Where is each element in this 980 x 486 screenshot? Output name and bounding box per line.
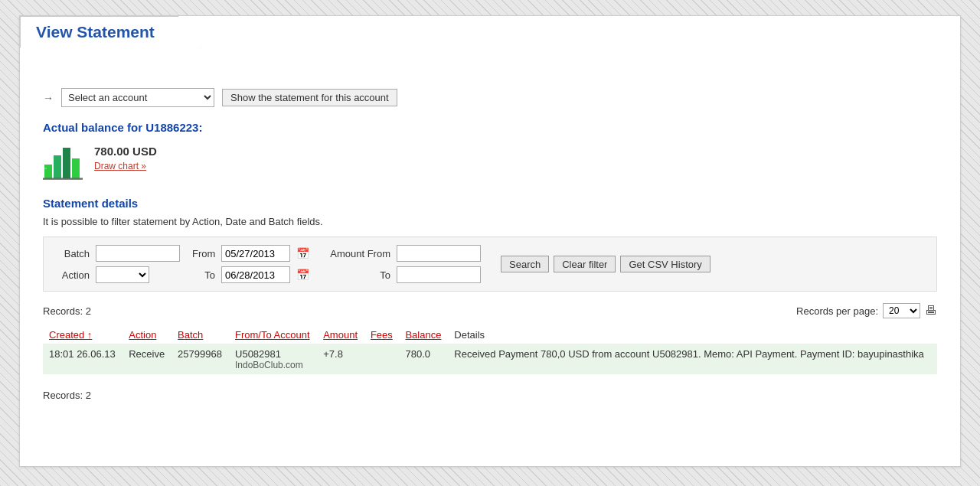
table-row: 18:01 26.06.13 Receive 25799968 U5082981… [43,344,937,375]
to-label: To [192,269,215,281]
th-balance: Balance [399,326,448,344]
filter-box: Batch Action Receive Send [43,236,937,292]
th-action: Action [122,326,172,344]
th-fees: Fees [364,326,400,344]
to-date-row: To 📅 [192,266,309,283]
filter-buttons: Search Clear filter Get CSV History [501,256,710,272]
calendar-to-icon[interactable]: 📅 [296,269,309,281]
svg-rect-5 [44,168,47,169]
from-to-account: U5082981 IndoBoClub.com [235,348,311,370]
batch-label: Batch [55,248,90,259]
draw-chart-link[interactable]: Draw chart » [94,161,157,171]
cell-details: Received Payment 780,0 USD from account … [448,344,937,375]
filter-dates-group: From 📅 To 📅 [192,245,309,283]
th-details: Details [448,326,937,344]
records-bar-top: Records: 2 Records per page: 20 50 100 🖶 [43,303,937,318]
card-content: → Select an account Show the statement f… [20,50,960,416]
amount-to-row: To [322,266,481,283]
svg-rect-3 [72,158,80,178]
date-to-input[interactable] [221,266,290,283]
clear-filter-button[interactable]: Clear filter [554,256,616,272]
cell-action: Receive [122,344,172,375]
balance-amount: 780.00 USD [94,145,157,158]
header-row: Created ↑ Action Batch From/To Account A… [43,326,937,344]
statement-details-title: Statement details [43,197,937,210]
th-created: Created ↑ [43,326,122,344]
get-csv-button[interactable]: Get CSV History [620,256,710,272]
cell-amount: +7.8 [317,344,364,375]
th-batch: Batch [172,326,229,344]
table-header: Created ↑ Action Batch From/To Account A… [43,326,937,344]
records-count-top: Records: 2 [43,305,91,317]
date-from-input[interactable] [221,245,290,262]
arrow-icon: → [43,92,54,104]
svg-rect-2 [63,148,70,178]
action-row: Action Receive Send [55,266,180,283]
filter-hint: It is possible to filter statement by Ac… [43,216,937,227]
amount-to-label: To [322,269,390,281]
main-card: View Statement → Select an account Show … [19,15,961,467]
filter-amounts-group: Amount From To [322,245,481,283]
balance-row: 780.00 USD Draw chart » [43,142,937,181]
svg-rect-1 [54,155,61,178]
records-per-page-row: Records per page: 20 50 100 🖶 [796,303,937,318]
table-body: 18:01 26.06.13 Receive 25799968 U5082981… [43,344,937,375]
from-to-sub: IndoBoClub.com [235,360,311,370]
statement-table: Created ↑ Action Batch From/To Account A… [43,326,937,374]
action-label: Action [55,269,90,281]
amount-from-row: Amount From [322,245,481,262]
amount-from-input[interactable] [397,245,481,262]
th-amount: Amount [317,326,364,344]
search-button[interactable]: Search [501,256,549,272]
svg-rect-0 [44,165,52,178]
chart-image [43,142,83,181]
records-per-page-select[interactable]: 20 50 100 [883,303,920,318]
from-label: From [192,248,215,259]
cell-batch: 25799968 [172,344,229,375]
batch-row: Batch [55,245,180,262]
page-title: View Statement [20,16,201,48]
cell-balance: 780.0 [399,344,448,375]
statement-table-container: Created ↑ Action Batch From/To Account A… [43,326,937,374]
amount-to-input[interactable] [397,266,481,283]
records-count-bottom: Records: 2 [43,390,937,401]
show-statement-button[interactable]: Show the statement for this account [222,89,397,106]
from-date-row: From 📅 [192,245,309,262]
amount-from-label: Amount From [322,248,390,259]
account-select[interactable]: Select an account [61,88,214,107]
print-icon[interactable]: 🖶 [925,304,937,318]
records-per-page-label: Records per page: [796,305,878,317]
cell-created: 18:01 26.06.13 [43,344,122,375]
balance-title: Actual balance for U1886223: [43,121,937,134]
filter-left-group: Batch Action Receive Send [55,245,180,283]
from-to-primary: U5082981 [235,348,311,360]
batch-input[interactable] [96,245,180,262]
tab-header-wrapper: View Statement [20,16,960,50]
cell-fees [364,344,400,375]
cell-from-to: U5082981 IndoBoClub.com [229,344,317,375]
th-from-to: From/To Account [229,326,317,344]
action-select[interactable]: Receive Send [96,266,149,283]
balance-info: 780.00 USD Draw chart » [94,142,157,171]
account-selector-row: → Select an account Show the statement f… [43,88,937,107]
calendar-from-icon[interactable]: 📅 [296,247,309,259]
